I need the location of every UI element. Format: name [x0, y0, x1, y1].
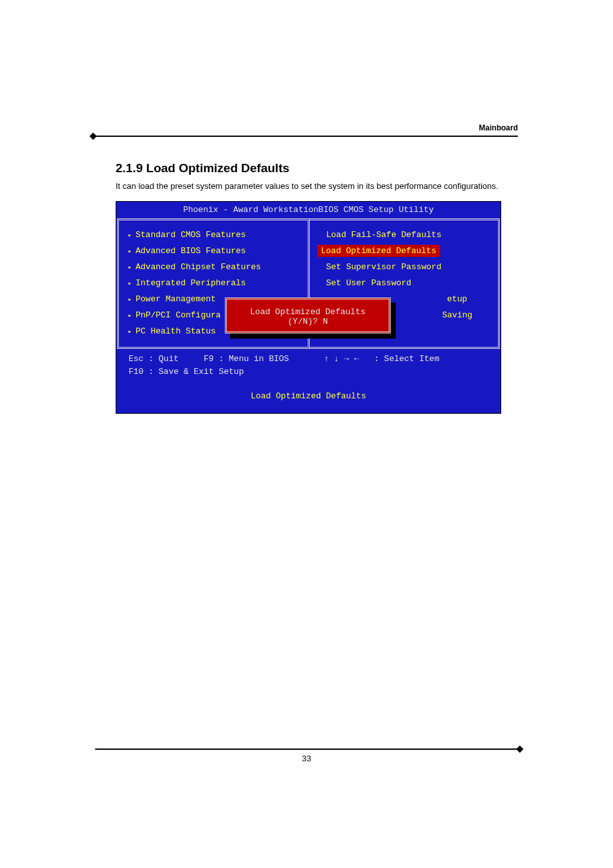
bios-menu-item-selected[interactable]: Load Optimized Defaults: [317, 245, 440, 257]
header-rule: [95, 136, 518, 137]
menu-label: PC Health Status: [136, 326, 216, 336]
section-body-text: It can load the preset system parameter …: [116, 181, 518, 192]
confirm-popup[interactable]: Load Optimized Defaults (Y/N)? N: [225, 297, 391, 333]
help-line-2: F10 : Save & Exit Setup: [129, 367, 244, 376]
bios-help-bar: Esc : Quit F9 : Menu in BIOS ↑ ↓ → ← : S…: [117, 349, 500, 381]
menu-label: Load Fail-Safe Defaults: [326, 230, 441, 240]
bios-footer-text: Load Optimized Defaults: [117, 381, 500, 412]
menu-label: Advanced Chipset Features: [136, 262, 261, 272]
bios-main-area: Standard CMOS Features Advanced BIOS Fea…: [117, 218, 500, 349]
page-header-label: Mainboard: [95, 123, 518, 132]
bios-menu-item[interactable]: Integrated Peripherals: [127, 275, 303, 291]
menu-label: PnP/PCI Configura: [136, 310, 221, 320]
triangle-icon: [128, 246, 136, 256]
page-number: 33: [95, 754, 518, 763]
menu-label: Set User Password: [326, 278, 412, 288]
triangle-icon: [128, 262, 136, 272]
bios-menu-item[interactable]: Advanced Chipset Features: [127, 259, 303, 275]
menu-label: Set Supervisor Password: [326, 262, 441, 272]
menu-label: Power Management: [136, 294, 216, 304]
bios-menu-item[interactable]: Load Fail-Safe Defaults: [317, 227, 493, 243]
menu-label: Load Optimized Defaults: [321, 246, 436, 256]
bios-title: Phoenix - Award WorkstationBIOS CMOS Set…: [117, 202, 500, 218]
help-line-1: Esc : Quit F9 : Menu in BIOS ↑ ↓ → ← : S…: [129, 354, 440, 364]
diamond-icon: [516, 745, 523, 752]
diamond-icon: [89, 132, 96, 139]
triangle-icon: [128, 294, 136, 304]
triangle-icon: [128, 310, 136, 320]
triangle-icon: [128, 278, 136, 288]
bios-menu-item[interactable]: Standard CMOS Features: [127, 227, 303, 243]
menu-label: Integrated Peripherals: [136, 278, 246, 288]
triangle-icon: [128, 326, 136, 336]
bios-menu-item[interactable]: Advanced BIOS Features: [127, 243, 303, 259]
menu-label: Saving: [442, 310, 472, 320]
footer-rule: [95, 748, 518, 750]
bios-menu-item[interactable]: Set User Password: [317, 275, 493, 291]
section-heading: 2.1.9 Load Optimized Defaults: [116, 161, 518, 175]
bios-screenshot: Phoenix - Award WorkstationBIOS CMOS Set…: [116, 201, 501, 414]
bios-menu-item[interactable]: Set Supervisor Password: [317, 259, 493, 275]
popup-text: Load Optimized Defaults (Y/N)? N: [250, 307, 365, 326]
menu-label: Advanced BIOS Features: [136, 246, 246, 256]
menu-label: etup: [447, 294, 467, 304]
menu-label: Standard CMOS Features: [136, 230, 246, 240]
triangle-icon: [128, 230, 136, 240]
